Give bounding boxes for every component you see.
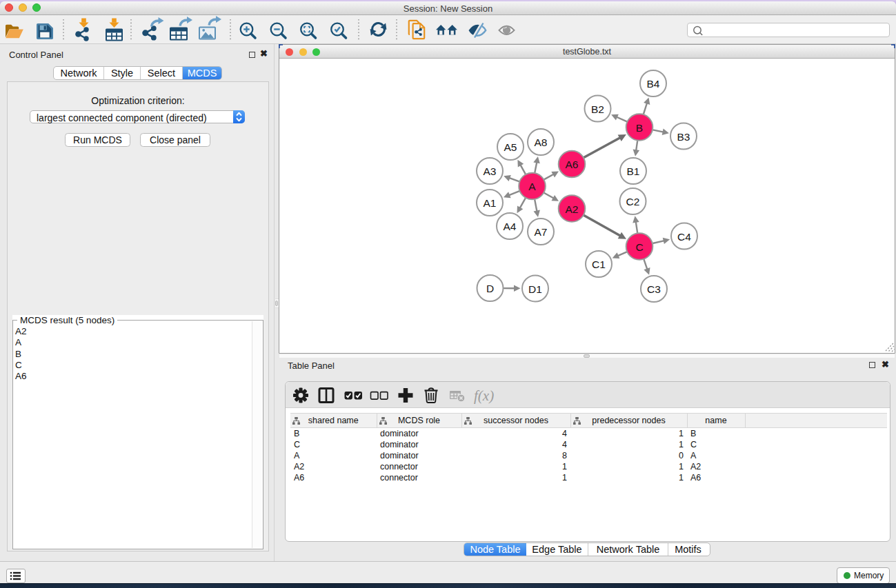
svg-text:B4: B4 <box>647 78 660 90</box>
svg-text:C1: C1 <box>592 258 606 270</box>
svg-text:A8: A8 <box>535 136 548 148</box>
svg-text:A1: A1 <box>484 197 497 209</box>
svg-text:A3: A3 <box>484 165 497 177</box>
svg-text:A5: A5 <box>504 141 517 153</box>
svg-text:B2: B2 <box>591 103 604 114</box>
svg-text:B: B <box>636 121 643 133</box>
svg-text:C2: C2 <box>626 196 640 207</box>
svg-text:C4: C4 <box>677 230 691 242</box>
svg-text:f(x): f(x) <box>474 387 494 404</box>
svg-text:A4: A4 <box>504 221 517 232</box>
svg-text:A2: A2 <box>566 203 579 214</box>
svg-text:A: A <box>528 181 536 192</box>
svg-text:D1: D1 <box>528 283 542 294</box>
svg-text:B1: B1 <box>627 165 640 177</box>
svg-text:C3: C3 <box>647 283 661 295</box>
svg-text:B3: B3 <box>677 130 690 142</box>
svg-text:C: C <box>635 241 643 252</box>
svg-text:D: D <box>486 283 494 294</box>
svg-text:A6: A6 <box>566 159 579 170</box>
svg-text:A7: A7 <box>535 226 548 238</box>
